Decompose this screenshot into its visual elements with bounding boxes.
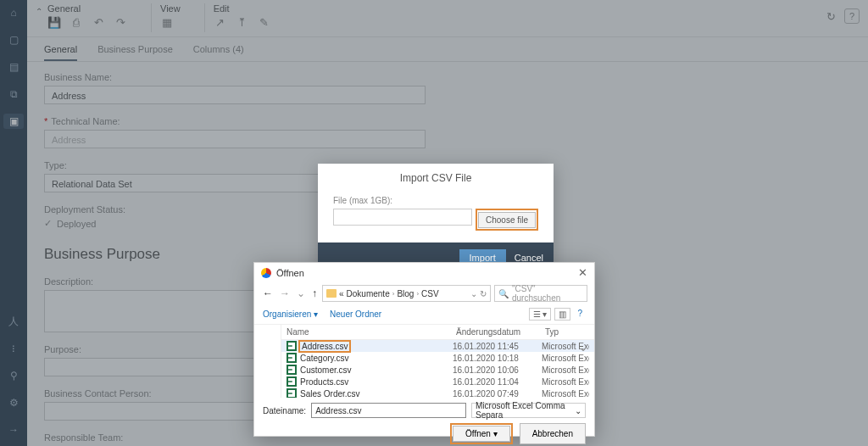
path-segment[interactable]: Dokumente [347, 289, 390, 298]
folder-icon [326, 289, 337, 298]
cancel-button[interactable]: Abbrechen [520, 423, 586, 444]
excel-icon [287, 388, 297, 398]
dialog-title: Öffnen [276, 268, 578, 278]
modal-title: Import CSV File [318, 164, 554, 196]
path-segment[interactable]: CSV [421, 289, 439, 298]
preview-pane-icon[interactable]: ▥ [554, 308, 570, 321]
recent-dropdown-icon[interactable]: ⌄ [295, 287, 307, 299]
file-row[interactable]: Products.csv16.01.2020 11:04Microsoft Ex… [281, 376, 594, 387]
path-segment[interactable]: Blog [397, 289, 414, 298]
col-modified[interactable]: Änderungsdatum [456, 327, 545, 337]
choose-file-button[interactable]: Choose file [478, 212, 536, 228]
filename-input[interactable]: Address.csv [311, 403, 466, 418]
file-row[interactable]: Customer.csv16.01.2020 10:06Microsoft Ex… [281, 364, 594, 376]
filename-label: Dateiname: [263, 406, 306, 415]
search-icon: 🔍 [498, 289, 509, 298]
nav-pane[interactable] [254, 325, 281, 398]
organise-menu[interactable]: Organisieren ▾ [263, 309, 318, 319]
close-icon[interactable]: ✕ [578, 266, 587, 279]
file-label: File (max 1GB): [333, 196, 538, 205]
file-list: Name Änderungsdatum Typ Address.csv16.01… [281, 325, 594, 398]
excel-icon [287, 365, 297, 375]
col-name[interactable]: Name [287, 327, 456, 337]
excel-icon [287, 353, 297, 363]
file-row[interactable]: Sales Order.csv16.01.2020 07:49Microsoft… [281, 387, 594, 398]
search-input[interactable]: 🔍"CSV" durchsuchen [494, 285, 587, 302]
excel-icon [287, 341, 297, 351]
help-icon[interactable]: ? [574, 308, 586, 321]
forward-icon[interactable]: → [278, 287, 292, 299]
up-icon[interactable]: ↑ [310, 287, 319, 299]
back-icon[interactable]: ← [261, 287, 275, 299]
view-mode-icon[interactable]: ☰ ▾ [529, 308, 552, 321]
file-row[interactable]: Address.csv16.01.2020 11:45Microsoft Exc [281, 340, 594, 352]
col-type[interactable]: Typ [545, 327, 589, 337]
import-csv-modal: Import CSV File File (max 1GB): Choose f… [318, 164, 554, 273]
path-box[interactable]: « Dokumente› Blog› CSV ⌄ ↻ [322, 285, 491, 302]
file-open-dialog: Öffnen ✕ ← → ⌄ ↑ « Dokumente› Blog› CSV … [253, 262, 595, 437]
chrome-icon [261, 268, 271, 278]
open-button[interactable]: Öffnen ▾ [453, 426, 510, 442]
excel-icon [287, 376, 297, 387]
file-path-input[interactable] [333, 209, 472, 226]
filetype-filter[interactable]: Microsoft Excel Comma Separa⌄ [471, 403, 586, 418]
file-row[interactable]: Category.csv16.01.2020 10:18Microsoft Ex… [281, 352, 594, 364]
new-folder-button[interactable]: Neuer Ordner [330, 309, 381, 319]
